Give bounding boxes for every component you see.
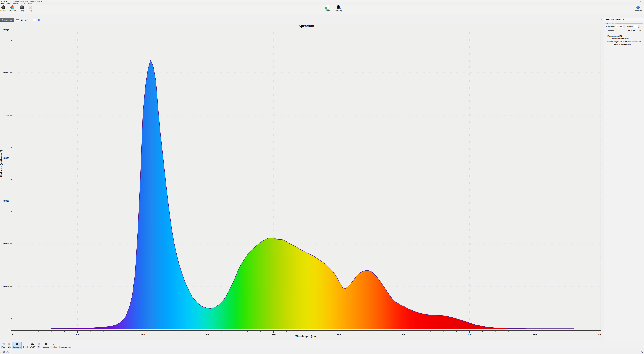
wavelength-stepper[interactable]: 380.00 ▲▼ xyxy=(616,25,625,28)
tab-cri[interactable]: CRI xyxy=(36,342,42,349)
window-title: CRIApp™ | Copyright © 2016 Colorimetry R… xyxy=(3,0,45,2)
tab-trend[interactable]: Trend xyxy=(22,342,28,349)
main-toolbar: Capture Standard ▾ Setup Stop Export ⚙ D… xyxy=(0,4,644,14)
app-icon xyxy=(1,0,2,2)
view-tab-bar: Data CIE Spectrum Trend xyxy=(0,340,644,350)
response-time-icon xyxy=(63,343,67,346)
menu-view[interactable]: View xyxy=(5,2,12,4)
svg-text:P: P xyxy=(46,343,46,345)
capture-shutter-icon xyxy=(1,5,5,9)
tab-data[interactable]: Data xyxy=(0,342,6,349)
centroid-groupbox: Centroid Wavelength 380.00 ▲▼ Window 4 ▲… xyxy=(605,23,643,33)
measurement-tab-strip: + ▾ xyxy=(0,14,644,17)
titlebar: CRIApp™ | Copyright © 2016 Colorimetry R… xyxy=(0,0,644,2)
table-icon xyxy=(16,19,19,21)
svg-text:0.006: 0.006 xyxy=(3,200,9,202)
menubar: File View Device Tools Help xyxy=(0,2,644,4)
tab-gamma[interactable]: P Gamma xyxy=(42,342,50,349)
menu-device[interactable]: Device xyxy=(12,2,20,4)
toolbar-separator xyxy=(27,5,27,12)
window-stepper-arrows[interactable]: ▲▼ xyxy=(638,25,640,28)
wavelength-label: Wavelength xyxy=(606,26,616,28)
info-badge-icon[interactable]: i xyxy=(6,351,8,353)
tab-response-time[interactable]: Response Time xyxy=(58,342,72,349)
spectrum-area xyxy=(52,60,574,329)
stop-icon xyxy=(28,5,32,9)
chart-toolbar-separator xyxy=(30,18,31,22)
measurement-badge-icon[interactable]: M xyxy=(3,351,5,353)
close-button[interactable]: ✕ xyxy=(636,0,644,2)
wavelength-button[interactable]: λ xyxy=(21,18,23,22)
criapp-window: CRIApp™ | Copyright © 2016 Colorimetry R… xyxy=(0,0,644,354)
lambda-icon: λ xyxy=(21,18,23,22)
cri-sphere-icon xyxy=(37,343,40,346)
data-grid-icon xyxy=(2,343,5,346)
inspector-button[interactable]: i Inspector xyxy=(635,5,642,12)
info-icon: i xyxy=(636,6,640,9)
panel-toggle-icon[interactable]: ✳ xyxy=(600,18,603,21)
menu-file[interactable]: File xyxy=(0,2,5,4)
maximize-button[interactable]: ❐ xyxy=(628,0,636,2)
minimize-button[interactable]: — xyxy=(621,0,628,2)
spectrum-chart[interactable]: Spectrum 3504004505005506006507007508000… xyxy=(0,23,605,340)
color-wheel-small-icon xyxy=(38,19,40,21)
measurement-info: Measurement: M1 Radiance: watts/sr/m² Sp… xyxy=(604,35,644,45)
cie-horseshoe-icon xyxy=(8,343,11,346)
data-log-button[interactable]: ⚙ Data Log xyxy=(335,5,342,12)
add-tab-button[interactable]: + xyxy=(1,14,2,17)
gamma-sphere-icon: P xyxy=(44,343,48,346)
spectrum-colors-button[interactable] xyxy=(38,18,40,22)
collapse-right-icon[interactable]: [◂ xyxy=(641,351,643,353)
trend-plot-button[interactable] xyxy=(25,18,28,22)
peak-row: Peak: 4.560e+02 nm. xyxy=(604,43,644,45)
database-icon: ⚙ xyxy=(336,5,340,9)
standard-button[interactable]: Standard xyxy=(9,5,16,12)
color-wheel-icon xyxy=(10,5,14,9)
centroid-unit: nm. xyxy=(639,30,642,32)
tab-flicker[interactable]: Flicker xyxy=(50,342,58,349)
tab-lab[interactable]: L*a*b* xyxy=(29,342,36,349)
tab-spectrum[interactable]: Spectrum xyxy=(12,342,22,349)
svg-text:0.002: 0.002 xyxy=(3,285,9,288)
lab-ellipses-icon xyxy=(31,343,34,346)
wavelength-stepper-arrows[interactable]: ▲▼ xyxy=(623,25,625,28)
stop-button: Stop xyxy=(28,5,32,12)
svg-text:0.014: 0.014 xyxy=(3,28,9,31)
spectrum-sphere-icon xyxy=(15,343,18,346)
centroid-legend: Centroid xyxy=(606,22,615,24)
add-tab-caret-icon[interactable]: ▾ xyxy=(3,15,3,16)
setup-button[interactable]: Setup xyxy=(20,5,24,12)
centroid-value: 3.836e+02 xyxy=(626,30,635,32)
measurement-row: Measurement: M1 xyxy=(604,35,644,37)
menu-tools[interactable]: Tools xyxy=(20,2,27,4)
centroid-label: Centroid: xyxy=(606,30,614,32)
tab-cie[interactable]: CIE xyxy=(6,342,12,349)
grid-icon xyxy=(33,19,36,21)
radiance-row: Radiance: watts/sr/m² xyxy=(604,38,644,40)
svg-text:0.01: 0.01 xyxy=(5,114,9,117)
export-button[interactable]: Export xyxy=(325,5,330,12)
statusbar: ▸] M i [◂ xyxy=(0,350,644,354)
x-axis-title: Wavelength (nm.) xyxy=(12,335,600,338)
grid-toggle-button[interactable] xyxy=(33,18,36,22)
data-table-button[interactable] xyxy=(16,18,19,22)
panel-header: SPECTRAL RESULTS xyxy=(604,18,644,21)
trend-line-icon xyxy=(25,18,28,22)
spectral-results-panel: SPECTRAL RESULTS Centroid Wavelength 380… xyxy=(604,17,644,340)
capture-button[interactable]: Capture xyxy=(0,5,6,12)
trend-icon xyxy=(24,343,27,346)
menu-help[interactable]: Help xyxy=(27,2,33,4)
window-label: Window xyxy=(627,26,633,28)
spectrum-plot-canvas[interactable]: 3504004505005506006507007508000.0020.004… xyxy=(0,23,605,340)
flicker-icon xyxy=(52,343,56,346)
setup-knob-icon xyxy=(20,5,24,9)
standard-dropdown-caret[interactable]: ▾ xyxy=(18,7,18,9)
window-stepper[interactable]: 4 ▲▼ xyxy=(634,25,640,28)
switch-to-data-button[interactable]: Switch to data xyxy=(0,18,14,22)
svg-text:0.008: 0.008 xyxy=(3,157,9,159)
export-icon xyxy=(326,5,329,9)
spectral-range-row: Spectral range: 380 to 780 nm. every 2 n… xyxy=(604,40,644,42)
svg-text:0.004: 0.004 xyxy=(3,242,9,245)
chart-toolbar: Switch to data λ xyxy=(0,17,604,23)
collapse-left-icon[interactable]: ▸] xyxy=(0,351,2,353)
